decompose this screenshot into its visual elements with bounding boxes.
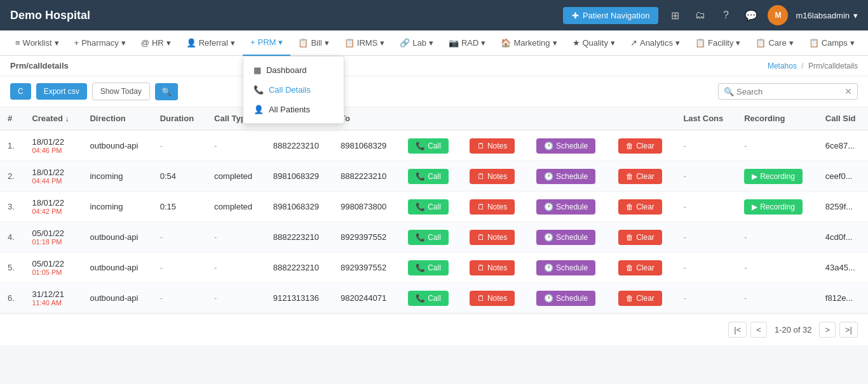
col-created[interactable]: Created ↓ [24,107,82,130]
call-button[interactable]: 📞 Call [408,291,449,306]
first-page-button[interactable]: |< [728,322,747,338]
cell-notes-action: 🗒 Notes [462,161,529,192]
notes-button[interactable]: 🗒 Notes [470,260,515,275]
nav-hr[interactable]: @ HR ▾ [133,30,179,56]
notes-icon: 🗒 [477,294,485,303]
icon-button[interactable]: C [10,83,31,100]
schedule-button[interactable]: 🕐 Schedule [536,169,595,184]
nav-camps[interactable]: 📋 Camps ▾ [801,30,862,56]
nav-marketing[interactable]: 🏠 Marketing ▾ [493,30,564,56]
recording-icon: ▶ [752,202,757,211]
show-today-button[interactable]: Show Today [92,83,150,100]
nav-facility[interactable]: 📋 Facility ▾ [688,30,748,56]
nav-analytics[interactable]: ↗ Analytics ▾ [623,30,688,56]
schedule-icon: 🕐 [544,263,553,272]
call-button[interactable]: 📞 Call [408,230,449,245]
cell-clear-action: 🗑 Clear [611,222,675,253]
search-input[interactable] [736,87,844,96]
col-duration: Duration [153,107,207,130]
schedule-icon: 🕐 [544,202,553,211]
cell-call-action: 📞 Call [400,161,462,192]
clear-button[interactable]: 🗑 Clear [618,260,662,275]
folder-icon[interactable]: 🗂 [691,6,709,24]
call-icon: 📞 [416,233,425,242]
next-page-button[interactable]: > [819,322,836,338]
notes-button[interactable]: 🗒 Notes [470,169,515,184]
call-button[interactable]: 📞 Call [408,260,449,275]
call-button[interactable]: 📞 Call [408,169,449,184]
avatar: M [768,5,788,25]
call-icon: 📞 [416,202,425,211]
schedule-button[interactable]: 🕐 Schedule [536,199,595,215]
schedule-button[interactable]: 🕐 Schedule [536,260,595,275]
clear-button[interactable]: 🗑 Clear [618,138,662,154]
nav-bill[interactable]: 📋 Bill ▾ [290,30,336,56]
clear-button[interactable]: 🗑 Clear [618,169,662,184]
cell-num: 1. [0,130,24,161]
nav-prm[interactable]: + PRM ▾ [243,30,290,56]
patient-nav-button[interactable]: ✚ Patient Navigation [563,7,659,24]
nav-worklist[interactable]: ≡ Worklist ▾ [8,30,67,56]
clear-button[interactable]: 🗑 Clear [618,230,662,245]
cell-num: 2. [0,161,24,192]
page-title: Prm/calldetails [10,61,69,70]
facility-chevron: ▾ [736,38,740,48]
dashboard-icon[interactable]: ⊞ [666,6,684,24]
export-csv-button[interactable]: Export csv [36,83,87,100]
toolbar: C Export csv Show Today 🔍 🔍 ✕ [0,76,868,107]
prev-page-button[interactable]: < [750,322,767,338]
nav-rad[interactable]: 📷 RAD ▾ [441,30,493,56]
call-button[interactable]: 📞 Call [408,138,449,154]
table-row: 3. 18/01/22 04:42 PM incoming 0:15 compl… [0,192,868,222]
user-menu[interactable]: m16labsadmin ▾ [796,11,858,20]
clear-button[interactable]: 🗑 Clear [618,291,662,306]
call-icon: 📞 [416,294,425,303]
dropdown-dashboard[interactable]: ▦ Dashboard [243,60,344,80]
recording-button[interactable]: ▶ Recording [744,199,803,215]
dropdown-all-patients[interactable]: 👤 All Patients [243,100,344,119]
nav-lab[interactable]: 🔗 Lab ▾ [392,30,441,56]
nav-irms[interactable]: 📋 IRMS ▾ [337,30,393,56]
search-box: 🔍 ✕ [718,83,858,100]
schedule-icon: 🕐 [544,294,553,303]
nav-quality[interactable]: ★ Quality ▾ [565,30,623,56]
marketing-icon: 🏠 [501,38,511,48]
notes-button[interactable]: 🗒 Notes [470,199,515,215]
call-details-icon: 📞 [254,85,264,95]
clear-button[interactable]: 🗑 Clear [618,199,662,215]
cell-created: 18/01/22 04:46 PM [24,130,82,161]
schedule-button[interactable]: 🕐 Schedule [536,138,595,154]
call-button[interactable]: 📞 Call [408,199,449,215]
pagination-bar: |< < 1-20 of 32 > >| [0,314,868,345]
col-actions [400,107,462,130]
notes-button[interactable]: 🗒 Notes [470,138,515,154]
cell-duration: - [153,283,207,314]
search-clear-icon[interactable]: ✕ [844,86,852,96]
schedule-button[interactable]: 🕐 Schedule [536,291,595,306]
help-icon[interactable]: ? [717,6,735,24]
care-chevron: ▾ [789,38,794,48]
nav-referral[interactable]: 👤 Referral ▾ [179,30,243,56]
user-dropdown-icon: ▾ [853,11,858,20]
breadcrumb-home[interactable]: Metahos [768,62,797,70]
chat-icon[interactable]: 💬 [742,6,760,24]
recording-button[interactable]: ▶ Recording [744,169,803,184]
cell-to: 9980873800 [333,192,400,222]
cell-call-type: - [207,283,266,314]
call-details-table: # Created ↓ Direction Duration Call Type… [0,107,868,314]
dropdown-call-details[interactable]: 📞 Call Details [243,80,344,100]
last-page-button[interactable]: >| [839,322,858,338]
col-actions3 [529,107,611,130]
cell-call-sid: f812e... [818,283,868,314]
notes-button[interactable]: 🗒 Notes [470,291,515,306]
table-row: 4. 05/01/22 01:18 PM outbound-api - - 88… [0,222,868,253]
col-actions2 [462,107,529,130]
cell-duration: - [153,130,207,161]
search-button[interactable]: 🔍 [155,83,178,100]
cell-clear-action: 🗑 Clear [611,161,675,192]
nav-care[interactable]: 📋 Care ▾ [748,30,801,56]
nav-pharmacy[interactable]: + Pharmacy ▾ [67,30,133,56]
notes-button[interactable]: 🗒 Notes [470,230,515,245]
schedule-button[interactable]: 🕐 Schedule [536,230,595,245]
dashboard-menu-icon: ▦ [254,65,261,75]
